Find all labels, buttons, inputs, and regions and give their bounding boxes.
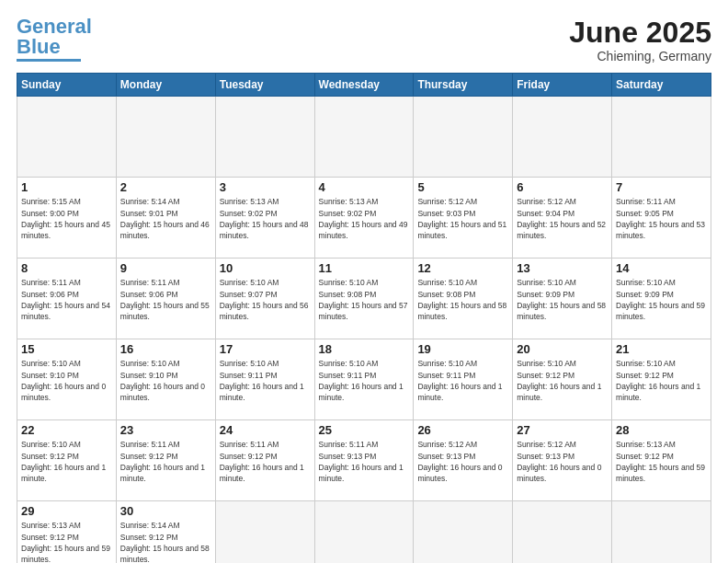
day-number: 8 xyxy=(21,261,112,275)
calendar-cell: 22 Sunrise: 5:10 AM Sunset: 9:12 PM Dayl… xyxy=(17,420,117,501)
calendar-cell xyxy=(612,501,711,563)
day-number: 9 xyxy=(120,261,211,275)
day-info: Sunrise: 5:10 AM Sunset: 9:11 PM Dayligh… xyxy=(220,358,311,403)
day-info: Sunrise: 5:10 AM Sunset: 9:08 PM Dayligh… xyxy=(417,277,508,322)
calendar-cell: 11 Sunrise: 5:10 AM Sunset: 9:08 PM Dayl… xyxy=(314,259,414,339)
day-number: 14 xyxy=(616,261,707,275)
calendar-cell: 16 Sunrise: 5:10 AM Sunset: 9:10 PM Dayl… xyxy=(116,339,215,420)
calendar-cell: 20 Sunrise: 5:10 AM Sunset: 9:12 PM Dayl… xyxy=(513,339,612,420)
day-info: Sunrise: 5:10 AM Sunset: 9:12 PM Dayligh… xyxy=(517,358,608,403)
calendar-cell: 9 Sunrise: 5:11 AM Sunset: 9:06 PM Dayli… xyxy=(116,259,215,339)
day-info: Sunrise: 5:10 AM Sunset: 9:12 PM Dayligh… xyxy=(616,358,707,403)
day-info: Sunrise: 5:10 AM Sunset: 9:10 PM Dayligh… xyxy=(21,358,112,403)
day-number: 27 xyxy=(517,423,608,437)
day-info: Sunrise: 5:13 AM Sunset: 9:02 PM Dayligh… xyxy=(220,196,311,241)
calendar-table: Sunday Monday Tuesday Wednesday Thursday… xyxy=(17,73,711,563)
day-info: Sunrise: 5:10 AM Sunset: 9:08 PM Dayligh… xyxy=(319,277,410,322)
day-info: Sunrise: 5:11 AM Sunset: 9:05 PM Dayligh… xyxy=(616,196,707,241)
calendar-week-row: 1 Sunrise: 5:15 AM Sunset: 9:00 PM Dayli… xyxy=(17,178,711,259)
calendar-cell: 18 Sunrise: 5:10 AM Sunset: 9:11 PM Dayl… xyxy=(314,339,414,420)
calendar-cell: 5 Sunrise: 5:12 AM Sunset: 9:03 PM Dayli… xyxy=(414,178,513,259)
month-title: June 2025 xyxy=(569,17,711,49)
day-number: 21 xyxy=(616,342,707,356)
day-info: Sunrise: 5:13 AM Sunset: 9:12 PM Dayligh… xyxy=(21,520,112,563)
calendar-cell: 15 Sunrise: 5:10 AM Sunset: 9:10 PM Dayl… xyxy=(17,339,117,420)
day-number: 19 xyxy=(417,342,508,356)
day-info: Sunrise: 5:12 AM Sunset: 9:13 PM Dayligh… xyxy=(517,439,608,484)
day-number: 29 xyxy=(21,504,112,518)
calendar-cell xyxy=(414,97,513,178)
day-info: Sunrise: 5:12 AM Sunset: 9:13 PM Dayligh… xyxy=(417,439,508,484)
day-number: 30 xyxy=(120,504,211,518)
logo-blue: Blue xyxy=(17,35,61,58)
day-info: Sunrise: 5:13 AM Sunset: 9:02 PM Dayligh… xyxy=(319,196,410,241)
logo: General Blue xyxy=(17,17,92,62)
day-number: 5 xyxy=(417,180,508,194)
day-number: 13 xyxy=(517,261,608,275)
calendar-cell xyxy=(612,97,711,178)
calendar-cell: 19 Sunrise: 5:10 AM Sunset: 9:11 PM Dayl… xyxy=(414,339,513,420)
day-info: Sunrise: 5:12 AM Sunset: 9:03 PM Dayligh… xyxy=(417,196,508,241)
calendar-cell: 10 Sunrise: 5:10 AM Sunset: 9:07 PM Dayl… xyxy=(215,259,314,339)
calendar-header-row: Sunday Monday Tuesday Wednesday Thursday… xyxy=(17,74,711,97)
day-info: Sunrise: 5:10 AM Sunset: 9:07 PM Dayligh… xyxy=(220,277,311,322)
calendar-cell xyxy=(215,97,314,178)
calendar-week-row: 22 Sunrise: 5:10 AM Sunset: 9:12 PM Dayl… xyxy=(17,420,711,501)
day-info: Sunrise: 5:14 AM Sunset: 9:12 PM Dayligh… xyxy=(120,520,211,563)
calendar-cell: 25 Sunrise: 5:11 AM Sunset: 9:13 PM Dayl… xyxy=(314,420,414,501)
day-info: Sunrise: 5:11 AM Sunset: 9:13 PM Dayligh… xyxy=(319,439,410,484)
logo-text: General Blue xyxy=(17,17,92,57)
col-tuesday: Tuesday xyxy=(215,74,314,97)
calendar-cell xyxy=(314,501,414,563)
day-number: 17 xyxy=(220,342,311,356)
calendar-cell xyxy=(215,501,314,563)
calendar-cell: 24 Sunrise: 5:11 AM Sunset: 9:12 PM Dayl… xyxy=(215,420,314,501)
calendar-week-row: 29 Sunrise: 5:13 AM Sunset: 9:12 PM Dayl… xyxy=(17,501,711,563)
page: General Blue June 2025 Chieming, Germany… xyxy=(0,0,728,563)
col-saturday: Saturday xyxy=(612,74,711,97)
calendar-cell: 26 Sunrise: 5:12 AM Sunset: 9:13 PM Dayl… xyxy=(414,420,513,501)
day-number: 10 xyxy=(220,261,311,275)
calendar-cell: 12 Sunrise: 5:10 AM Sunset: 9:08 PM Dayl… xyxy=(414,259,513,339)
day-info: Sunrise: 5:15 AM Sunset: 9:00 PM Dayligh… xyxy=(21,196,112,241)
day-info: Sunrise: 5:11 AM Sunset: 9:06 PM Dayligh… xyxy=(120,277,211,322)
calendar-cell: 1 Sunrise: 5:15 AM Sunset: 9:00 PM Dayli… xyxy=(17,178,117,259)
day-info: Sunrise: 5:11 AM Sunset: 9:12 PM Dayligh… xyxy=(220,439,311,484)
day-number: 16 xyxy=(120,342,211,356)
day-number: 24 xyxy=(220,423,311,437)
calendar-week-row: 15 Sunrise: 5:10 AM Sunset: 9:10 PM Dayl… xyxy=(17,339,711,420)
calendar-cell: 27 Sunrise: 5:12 AM Sunset: 9:13 PM Dayl… xyxy=(513,420,612,501)
col-sunday: Sunday xyxy=(17,74,117,97)
day-info: Sunrise: 5:10 AM Sunset: 9:09 PM Dayligh… xyxy=(616,277,707,322)
day-number: 25 xyxy=(319,423,410,437)
day-number: 4 xyxy=(319,180,410,194)
calendar-cell: 14 Sunrise: 5:10 AM Sunset: 9:09 PM Dayl… xyxy=(612,259,711,339)
col-monday: Monday xyxy=(116,74,215,97)
calendar-cell: 8 Sunrise: 5:11 AM Sunset: 9:06 PM Dayli… xyxy=(17,259,117,339)
calendar-cell: 7 Sunrise: 5:11 AM Sunset: 9:05 PM Dayli… xyxy=(612,178,711,259)
day-number: 1 xyxy=(21,180,112,194)
calendar-cell: 13 Sunrise: 5:10 AM Sunset: 9:09 PM Dayl… xyxy=(513,259,612,339)
calendar-cell xyxy=(414,501,513,563)
day-number: 12 xyxy=(417,261,508,275)
day-number: 6 xyxy=(517,180,608,194)
col-wednesday: Wednesday xyxy=(314,74,414,97)
day-info: Sunrise: 5:10 AM Sunset: 9:11 PM Dayligh… xyxy=(417,358,508,403)
day-number: 28 xyxy=(616,423,707,437)
calendar-cell: 29 Sunrise: 5:13 AM Sunset: 9:12 PM Dayl… xyxy=(17,501,117,563)
title-block: June 2025 Chieming, Germany xyxy=(569,17,711,63)
location: Chieming, Germany xyxy=(569,49,711,63)
calendar-cell xyxy=(513,501,612,563)
day-number: 3 xyxy=(220,180,311,194)
day-info: Sunrise: 5:10 AM Sunset: 9:09 PM Dayligh… xyxy=(517,277,608,322)
day-info: Sunrise: 5:11 AM Sunset: 9:12 PM Dayligh… xyxy=(120,439,211,484)
day-number: 20 xyxy=(517,342,608,356)
calendar-cell xyxy=(513,97,612,178)
calendar-cell: 2 Sunrise: 5:14 AM Sunset: 9:01 PM Dayli… xyxy=(116,178,215,259)
calendar-cell: 3 Sunrise: 5:13 AM Sunset: 9:02 PM Dayli… xyxy=(215,178,314,259)
day-number: 7 xyxy=(616,180,707,194)
logo-underline xyxy=(17,59,81,62)
calendar-cell: 23 Sunrise: 5:11 AM Sunset: 9:12 PM Dayl… xyxy=(116,420,215,501)
day-info: Sunrise: 5:14 AM Sunset: 9:01 PM Dayligh… xyxy=(120,196,211,241)
col-thursday: Thursday xyxy=(414,74,513,97)
